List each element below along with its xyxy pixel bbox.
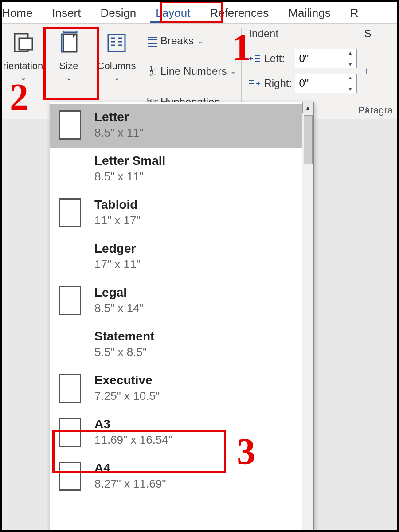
paragraph-group-label: Paragra bbox=[358, 105, 397, 116]
size-option-ledger[interactable]: Ledger17" x 11" bbox=[50, 235, 302, 279]
svg-rect-1 bbox=[19, 38, 32, 50]
indent-right-input[interactable]: ▲▼ bbox=[295, 74, 357, 93]
size-option-a4[interactable]: A48.27" x 11.69" bbox=[50, 455, 302, 499]
chevron-down-icon: ⌄ bbox=[230, 67, 236, 75]
orientation-button[interactable]: rientation ⌄ bbox=[2, 24, 44, 119]
tab-active-underline bbox=[150, 21, 196, 23]
size-option-dims: 8.5" x 14" bbox=[94, 301, 144, 315]
size-label: Size bbox=[59, 60, 78, 72]
line-numbers-button[interactable]: 1-2- Line Numbers ⌄ bbox=[143, 63, 238, 80]
chevron-down-icon: ⌄ bbox=[114, 74, 120, 82]
size-option-name: Executive bbox=[94, 373, 160, 387]
spacing-label-cut: S bbox=[364, 27, 371, 40]
size-option-name: Letter bbox=[94, 110, 144, 124]
chevron-down-icon: ⌄ bbox=[66, 74, 72, 82]
spinner-buttons[interactable]: ▲▼ bbox=[348, 50, 356, 67]
size-option-name: A4 bbox=[94, 461, 166, 475]
page-thumb-icon bbox=[59, 110, 81, 140]
size-option-letter[interactable]: Letter8.5" x 11" bbox=[50, 104, 302, 148]
columns-label: Columns bbox=[98, 60, 136, 72]
size-option-dims: 7.25" x 10.5" bbox=[94, 389, 160, 403]
page-thumb-icon bbox=[59, 286, 81, 315]
line-numbers-label: Line Numbers bbox=[160, 65, 227, 78]
size-option-dims: 11" x 17" bbox=[94, 214, 141, 227]
scrollbar[interactable]: ▲ bbox=[302, 102, 313, 531]
tab-layout-label: Layout bbox=[156, 6, 190, 20]
ribbon-tabs: Home Insert Design Layout References Mai… bbox=[2, 2, 397, 24]
page-thumb-icon bbox=[59, 198, 81, 227]
indent-left-field[interactable] bbox=[295, 52, 340, 65]
size-option-statement[interactable]: Statement5.5" x 8.5" bbox=[50, 323, 302, 367]
columns-icon bbox=[105, 27, 129, 59]
indent-right-label: Right: bbox=[264, 77, 295, 90]
chevron-down-icon: ⌄ bbox=[197, 37, 203, 45]
page-thumb-icon bbox=[59, 154, 81, 184]
size-option-dims: 5.5" x 8.5" bbox=[94, 345, 154, 359]
size-option-dims: 8.27" x 11.69" bbox=[94, 477, 166, 491]
page-thumb-icon bbox=[59, 330, 81, 359]
scroll-thumb[interactable] bbox=[304, 115, 313, 164]
size-option-name: Letter Small bbox=[94, 154, 165, 168]
scroll-up-button[interactable]: ▲ bbox=[302, 102, 313, 113]
tab-r-cut[interactable]: R bbox=[340, 3, 359, 23]
size-dropdown-menu: Letter8.5" x 11"Letter Small8.5" x 11"Ta… bbox=[50, 102, 314, 532]
breaks-button[interactable]: Breaks ⌄ bbox=[143, 32, 238, 50]
size-option-name: Ledger bbox=[94, 242, 141, 256]
tab-design[interactable]: Design bbox=[90, 3, 146, 23]
page-thumb-icon bbox=[59, 374, 81, 403]
tab-insert[interactable]: Insert bbox=[42, 3, 90, 23]
page-thumb-icon bbox=[59, 462, 81, 491]
svg-rect-2 bbox=[63, 34, 77, 52]
size-option-name: Tabloid bbox=[94, 198, 141, 212]
tab-references[interactable]: References bbox=[200, 3, 278, 23]
line-numbers-icon: 1-2- bbox=[145, 66, 160, 77]
size-option-executive[interactable]: Executive7.25" x 10.5" bbox=[50, 367, 302, 411]
breaks-icon bbox=[145, 35, 160, 47]
indent-right-icon bbox=[249, 79, 264, 88]
indent-left-input[interactable]: ▲▼ bbox=[295, 49, 357, 68]
spinner-buttons[interactable]: ▲▼ bbox=[348, 75, 356, 92]
size-option-name: Statement bbox=[94, 329, 154, 344]
size-option-dims: 8.5" x 11" bbox=[94, 170, 165, 184]
breaks-label: Breaks bbox=[160, 35, 194, 47]
size-icon bbox=[55, 27, 82, 59]
size-option-legal[interactable]: Legal8.5" x 14" bbox=[50, 279, 302, 323]
svg-rect-10 bbox=[148, 41, 157, 43]
orientation-label: rientation bbox=[3, 60, 43, 72]
tab-mailings[interactable]: Mailings bbox=[278, 3, 340, 23]
indent-left-icon bbox=[249, 54, 264, 63]
size-option-tabloid[interactable]: Tabloid11" x 17" bbox=[50, 192, 302, 235]
size-option-dims: 11.69" x 16.54" bbox=[94, 433, 172, 447]
size-option-name: A3 bbox=[94, 417, 172, 431]
orientation-icon bbox=[11, 27, 35, 59]
size-option-dims: 8.5" x 11" bbox=[94, 126, 144, 140]
svg-rect-3 bbox=[108, 35, 125, 51]
size-option-dims: 17" x 11" bbox=[94, 258, 141, 271]
chevron-down-icon: ⌄ bbox=[20, 74, 26, 82]
indent-left-label: Left: bbox=[264, 52, 295, 65]
indent-title: Indent bbox=[249, 27, 357, 40]
size-option-name: Legal bbox=[94, 286, 144, 300]
tab-layout[interactable]: Layout bbox=[146, 3, 200, 23]
page-thumb-icon bbox=[59, 242, 81, 271]
page-thumb-icon bbox=[59, 418, 81, 447]
spacing-before-icon: ↑ bbox=[364, 63, 371, 78]
size-option-a3[interactable]: A311.69" x 16.54" bbox=[50, 411, 302, 455]
tab-home[interactable]: Home bbox=[2, 3, 42, 23]
size-option-letter-small[interactable]: Letter Small8.5" x 11" bbox=[50, 148, 302, 192]
size-options-list: Letter8.5" x 11"Letter Small8.5" x 11"Ta… bbox=[50, 102, 302, 531]
indent-right-field[interactable] bbox=[295, 77, 340, 90]
